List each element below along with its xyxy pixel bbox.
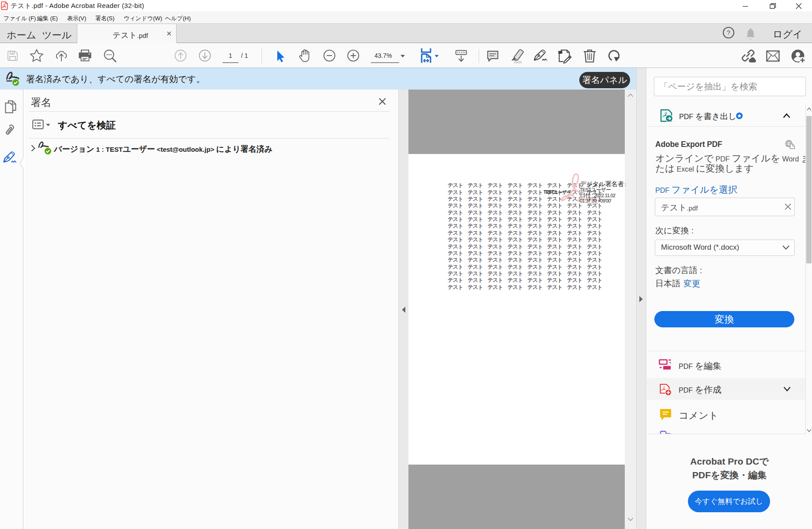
svg-text:?: ?	[727, 29, 730, 36]
